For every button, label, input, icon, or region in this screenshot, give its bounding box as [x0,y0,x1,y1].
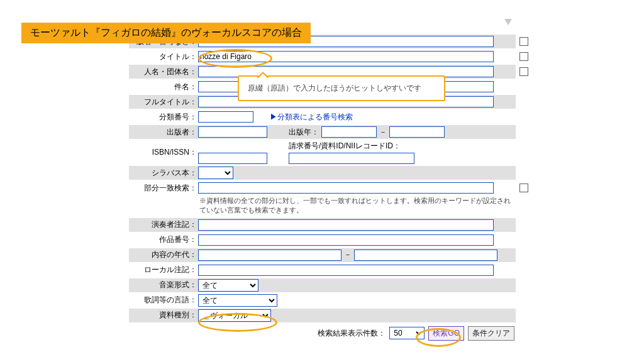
row-publisher: 出版者： 出版年： － [129,125,516,139]
checkbox-edition[interactable] [519,37,528,46]
input-localnote[interactable] [198,265,494,276]
row-performer: 演奏者注記： [129,218,516,232]
dash-pubyear: － [379,127,387,138]
label-fulltitle: フルタイトル： [129,97,198,107]
label-musicform: 音楽形式： [129,280,198,290]
select-lyriclang[interactable]: 全て [198,294,277,307]
footer-row: 検索結果表示件数： 50 検索GO 条件クリア [129,326,516,341]
checkbox-partial[interactable] [519,184,528,192]
row-workno: 作品番号： [129,233,516,247]
row-lyriclang: 歌詞等の言語： 全て [129,293,516,307]
row-partial: 部分一致検索： [129,181,516,195]
label-classno: 分類番号： [129,112,198,123]
row-syllabus: シラバス本： [129,166,516,180]
label-resultcount: 検索結果表示件数： [318,328,386,339]
row-title: タイトル： [129,50,516,63]
label-title: タイトル： [129,52,198,62]
row-musicform: 音楽形式： 全て [129,278,516,292]
input-contentyear-from[interactable] [198,250,341,261]
input-isbn[interactable] [198,153,267,164]
input-partial[interactable] [198,182,494,194]
label-reqno: 請求番号/資料ID/NIIレコードID： [289,141,414,151]
select-musicform[interactable]: 全て [198,279,258,292]
label-name: 人名・団体名： [129,67,198,77]
label-publisher: 出版者： [129,127,198,138]
input-title[interactable] [198,51,494,62]
label-mattype: 資料種別： [129,310,198,321]
label-localnote: ローカル注記： [129,265,198,275]
annotation-bubble: 原綴（原語）で入力したほうがヒットしやすいです [238,75,445,101]
row-localnote: ローカル注記： [129,263,516,277]
input-contentyear-to[interactable] [354,250,497,261]
search-go-button[interactable]: 検索GO [428,326,464,341]
dash-contentyear: － [344,250,352,260]
input-pubyear-to[interactable] [389,126,445,138]
label-pubyear: 出版年： [289,127,319,138]
annotation-banner: モーツァルト『フィガロの結婚』のヴォーカルスコアの場合 [21,23,311,43]
label-performer: 演奏者注記： [129,219,198,230]
input-classno[interactable] [198,111,253,123]
clear-button[interactable]: 条件クリア [468,326,514,341]
label-syllabus: シラバス本： [129,168,198,178]
select-syllabus[interactable] [198,167,233,179]
select-resultcount[interactable]: 50 [389,327,425,339]
input-reqno[interactable] [289,153,414,164]
input-performer[interactable] [198,219,494,231]
row-contentyear: 内容の年代： － [129,248,516,262]
checkbox-title[interactable] [519,52,528,61]
row-classno: 分類番号： ▶分類表による番号検索 [129,110,516,124]
label-partial: 部分一致検索： [129,183,198,194]
input-pubyear-from[interactable] [321,126,377,138]
label-isbn: ISBN/ISSN： [129,147,198,158]
label-contentyear: 内容の年代： [129,250,198,260]
label-lyriclang: 歌詞等の言語： [129,295,198,305]
row-isbn: ISBN/ISSN： 請求番号/資料ID/NIIレコードID： [129,140,516,165]
row-mattype: 資料種別： ＿ヴォーカル [129,309,516,322]
checkbox-name[interactable] [519,67,528,76]
link-classlookup[interactable]: ▶分類表による番号検索 [270,112,353,123]
label-subject: 件名： [129,82,198,92]
note-partial: ※資料情報の全ての部分に対し、一部でも一致すればヒットします。検索用のキーワード… [199,196,516,216]
input-workno[interactable] [198,234,494,246]
scroll-arrow-icon [504,19,512,25]
input-publisher[interactable] [198,126,267,138]
label-workno: 作品番号： [129,234,198,245]
select-mattype[interactable]: ＿ヴォーカル [198,309,271,322]
